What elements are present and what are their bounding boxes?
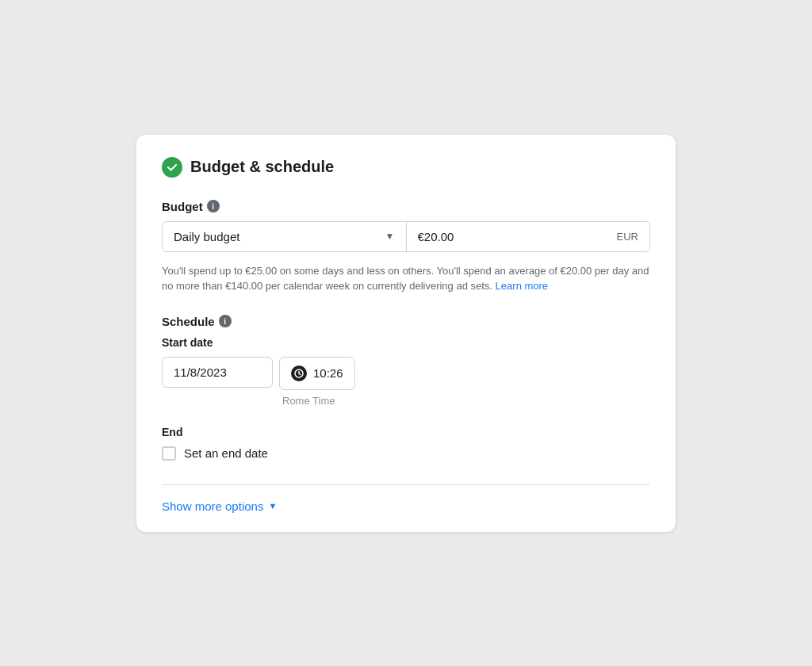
set-end-date-label: Set an end date [184, 446, 268, 460]
set-end-date-checkbox[interactable] [162, 446, 176, 461]
budget-type-dropdown[interactable]: Daily budget ▼ [163, 222, 407, 251]
show-more-options-button[interactable]: Show more options ▼ [162, 500, 277, 513]
completed-icon [162, 157, 182, 178]
date-time-row: 11/8/2023 10:26 [162, 357, 650, 390]
dropdown-arrow-icon: ▼ [385, 231, 395, 242]
start-time-input[interactable]: 10:26 [279, 357, 355, 390]
schedule-section: Schedule i Start date 11/8/2023 10:26 [162, 315, 650, 461]
end-section: End Set an end date [162, 426, 650, 461]
learn-more-link[interactable]: Learn more [496, 280, 548, 292]
budget-type-label: Daily budget [174, 230, 239, 243]
budget-schedule-card: Budget & schedule Budget i Daily budget … [136, 135, 676, 532]
start-date-label: Start date [162, 336, 650, 349]
currency-label: EUR [617, 231, 638, 243]
schedule-section-label: Schedule i [162, 315, 650, 328]
bottom-divider [162, 484, 650, 485]
budget-info-icon[interactable]: i [207, 200, 220, 212]
budget-description: You'll spend up to €25.00 on some days a… [162, 263, 650, 294]
card-title: Budget & schedule [190, 158, 334, 176]
timezone-label: Rome Time [282, 395, 650, 407]
schedule-info-icon[interactable]: i [219, 315, 232, 327]
card-header: Budget & schedule [162, 157, 650, 178]
budget-section: Budget i Daily budget ▼ EUR You'll spend… [162, 200, 650, 294]
chevron-down-icon: ▼ [268, 501, 277, 511]
budget-input-row: Daily budget ▼ EUR [162, 221, 650, 252]
end-date-row: Set an end date [162, 446, 650, 461]
start-date-input[interactable]: 11/8/2023 [162, 357, 273, 388]
end-label: End [162, 426, 650, 438]
budget-section-label: Budget i [162, 200, 650, 213]
budget-amount-field: EUR [407, 222, 650, 251]
budget-amount-input[interactable] [418, 230, 617, 243]
start-date-group: Start date 11/8/2023 10:26 Rome Time [162, 336, 650, 407]
clock-icon [291, 366, 307, 381]
show-more-label: Show more options [162, 500, 263, 513]
